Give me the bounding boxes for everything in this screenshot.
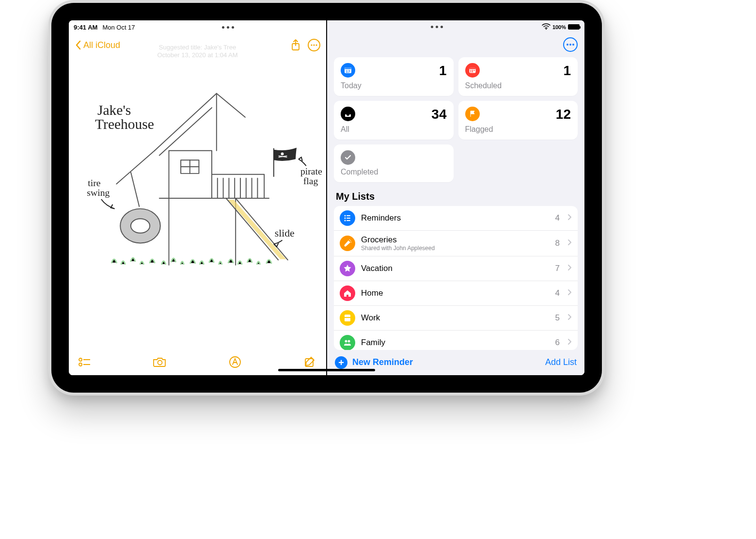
list-item[interactable]: Work5 bbox=[334, 305, 578, 330]
list-item[interactable]: GroceriesShared with John Appleseed8 bbox=[334, 230, 578, 256]
svg-point-37 bbox=[345, 220, 346, 221]
list-name: Family bbox=[361, 338, 550, 348]
house-icon bbox=[340, 285, 355, 301]
list-count: 4 bbox=[555, 288, 560, 298]
reminders-toolbar: + New Reminder Add List bbox=[327, 350, 584, 375]
status-date: Mon Oct 17 bbox=[102, 24, 135, 31]
svg-rect-34 bbox=[346, 215, 350, 216]
list-count: 7 bbox=[555, 264, 560, 273]
list-item-labels: Work bbox=[361, 313, 550, 323]
svg-point-41 bbox=[345, 340, 347, 342]
battery-icon bbox=[568, 24, 580, 30]
home-indicator[interactable] bbox=[278, 369, 375, 371]
checklist-button[interactable] bbox=[78, 355, 92, 369]
list-item-labels: GroceriesShared with John Appleseed bbox=[361, 235, 550, 252]
back-button[interactable]: All iCloud bbox=[75, 40, 120, 50]
compose-icon bbox=[304, 356, 316, 368]
list-count: 5 bbox=[555, 313, 560, 323]
svg-rect-30 bbox=[473, 70, 474, 71]
people-icon bbox=[340, 335, 355, 350]
checklist-icon bbox=[79, 357, 91, 367]
svg-point-35 bbox=[345, 217, 346, 219]
notes-nav-bar: All iCloud bbox=[69, 33, 326, 55]
reminders-nav-bar bbox=[327, 32, 584, 54]
list-name: Work bbox=[361, 313, 550, 323]
compose-button[interactable] bbox=[303, 355, 317, 369]
list-count: 4 bbox=[555, 213, 560, 223]
svg-point-16 bbox=[79, 363, 82, 366]
smart-list-count: 1 bbox=[563, 63, 571, 79]
list-item[interactable]: Vacation7 bbox=[334, 256, 578, 281]
smart-list-today[interactable]: 17 1 Today bbox=[334, 57, 454, 96]
camera-button[interactable] bbox=[153, 355, 167, 369]
smart-list-flagged[interactable]: 12 Flagged bbox=[458, 101, 578, 140]
list-item-labels: Reminders bbox=[361, 213, 550, 223]
svg-point-42 bbox=[348, 340, 350, 342]
plus-circle-icon: + bbox=[335, 356, 347, 369]
share-button[interactable] bbox=[288, 38, 303, 52]
list-subtitle: Shared with John Appleseed bbox=[361, 245, 550, 252]
list-item[interactable]: Reminders4 bbox=[334, 206, 578, 230]
smart-list-completed[interactable]: Completed bbox=[334, 144, 454, 182]
list-item-labels: Home bbox=[361, 288, 550, 298]
calendar-today-icon: 17 bbox=[341, 63, 355, 78]
list-icon bbox=[340, 210, 355, 226]
chevron-right-icon bbox=[567, 314, 572, 322]
chevron-right-icon bbox=[567, 338, 572, 347]
chevron-right-icon bbox=[567, 264, 572, 273]
chevron-right-icon bbox=[567, 239, 572, 248]
svg-text:slide: slide bbox=[275, 227, 295, 239]
status-time: 9:41 AM bbox=[74, 24, 97, 31]
svg-rect-28 bbox=[470, 70, 471, 71]
add-list-button[interactable]: Add List bbox=[545, 357, 577, 367]
list-name: Home bbox=[361, 288, 550, 298]
multitask-dots-icon[interactable] bbox=[431, 26, 443, 28]
new-reminder-label: New Reminder bbox=[352, 357, 413, 367]
svg-rect-32 bbox=[472, 71, 473, 72]
flag-icon bbox=[465, 107, 480, 121]
svg-point-21 bbox=[546, 29, 547, 30]
checkmark-circle-icon bbox=[341, 150, 355, 165]
list-count: 8 bbox=[555, 238, 560, 248]
ipad-device-frame: 9:41 AM Mon Oct 17 All iCloud bbox=[48, 0, 605, 396]
notes-app-pane: 9:41 AM Mon Oct 17 All iCloud bbox=[69, 20, 326, 375]
list-count: 6 bbox=[555, 338, 560, 348]
ellipsis-icon bbox=[311, 44, 317, 46]
tray-icon bbox=[341, 107, 355, 121]
svg-rect-29 bbox=[472, 70, 473, 71]
svg-rect-27 bbox=[469, 67, 475, 69]
markup-icon bbox=[229, 356, 241, 368]
smart-list-title: Scheduled bbox=[465, 81, 571, 90]
chevron-right-icon bbox=[567, 289, 572, 298]
smart-list-title: Completed bbox=[341, 168, 447, 176]
multitask-dots-icon[interactable] bbox=[222, 26, 234, 29]
my-lists-header: My Lists bbox=[327, 182, 584, 206]
back-label: All iCloud bbox=[83, 40, 120, 50]
svg-text:17: 17 bbox=[346, 69, 350, 73]
svg-rect-36 bbox=[346, 218, 350, 219]
list-item[interactable]: Family6 bbox=[334, 330, 578, 350]
svg-point-14 bbox=[79, 358, 82, 361]
note-canvas[interactable]: Jake's Treehouse tire swing pirate flag bbox=[69, 55, 326, 349]
status-bar-right: 100% bbox=[327, 20, 584, 32]
list-item[interactable]: Home4 bbox=[334, 281, 578, 305]
svg-rect-40 bbox=[345, 317, 350, 318]
smart-lists-grid: 17 1 Today bbox=[327, 54, 584, 182]
wifi-icon bbox=[542, 23, 551, 31]
sketch-title-text: Jake's bbox=[97, 102, 131, 118]
carrot-icon bbox=[340, 236, 355, 251]
smart-list-all[interactable]: 34 All bbox=[334, 101, 454, 140]
more-button[interactable] bbox=[308, 39, 320, 51]
smart-list-count: 34 bbox=[431, 107, 446, 122]
svg-point-7 bbox=[281, 153, 284, 156]
smart-list-scheduled[interactable]: 1 Scheduled bbox=[458, 57, 578, 96]
markup-button[interactable] bbox=[228, 355, 242, 369]
share-icon bbox=[291, 39, 300, 51]
more-button[interactable] bbox=[563, 37, 578, 52]
chevron-left-icon bbox=[75, 40, 81, 50]
status-bar-left: 9:41 AM Mon Oct 17 bbox=[69, 20, 326, 33]
svg-rect-38 bbox=[346, 220, 350, 221]
svg-text:swing: swing bbox=[87, 187, 110, 198]
svg-text:flag: flag bbox=[303, 175, 318, 186]
new-reminder-button[interactable]: + New Reminder bbox=[335, 356, 413, 369]
